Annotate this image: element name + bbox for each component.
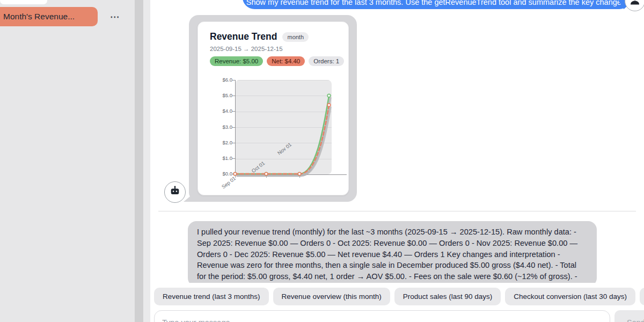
y-tick-label: $4.0: [211, 108, 232, 114]
suggestion-chips: Revenue trend (last 3 months) Revenue ov…: [154, 288, 644, 305]
net-badge: Net: $4.40: [267, 56, 305, 66]
chip-revenue-trend[interactable]: Revenue trend (last 3 months): [154, 288, 269, 305]
granularity-badge: month: [282, 32, 309, 42]
revenue-trend-card: Revenue Trend month 2025-09-15 → 2025-12…: [197, 21, 349, 195]
sidebar: Month's Revenue... ⋯: [0, 0, 150, 322]
y-tick-label: $1.0: [211, 155, 232, 161]
chart-title: Revenue Trend: [210, 31, 277, 42]
user-message-bubble: Show my revenue trend for the last 3 mon…: [243, 0, 631, 9]
y-tick-label: $5.0: [211, 92, 232, 98]
sidebar-scrollbar-thumb[interactable]: [135, 0, 143, 322]
app-window: Month's Revenue... ⋯ Show my revenue tre…: [0, 0, 644, 322]
y-tick-label: $0.0: [211, 171, 232, 177]
summary-badges: Revenue: $5.00 Net: $4.40 Orders: 1: [210, 56, 344, 66]
assistant-avatar: [164, 181, 186, 203]
assistant-text-bubble: I pulled your revenue trend (monthly) fo…: [188, 221, 597, 287]
chip-checkout-conversion[interactable]: Checkout conversion (last 30 days): [505, 288, 635, 305]
send-button[interactable]: Send: [614, 310, 644, 322]
y-tick-label: $3.0: [211, 124, 232, 130]
composer-footer: Revenue trend (last 3 months) Revenue ov…: [150, 283, 644, 322]
chip-partial[interactable]: Use: [640, 288, 644, 305]
conversation-menu-icon[interactable]: ⋯: [107, 10, 122, 23]
y-tick-label: $2.0: [211, 140, 232, 145]
chip-revenue-overview[interactable]: Revenue overview (this month): [273, 288, 390, 305]
sidebar-top-button-partial[interactable]: [0, 0, 47, 4]
user-message-text: Show my revenue trend for the last 3 mon…: [246, 0, 627, 9]
user-avatar: [625, 0, 644, 11]
person-icon: [628, 0, 641, 9]
chart-date-range: 2025-09-15 → 2025-12-15: [210, 46, 283, 52]
message-input[interactable]: [154, 310, 610, 322]
y-tick-label: $6.0: [211, 77, 232, 83]
assistant-text: I pulled your revenue trend (monthly) fo…: [197, 226, 588, 287]
sidebar-item-months-revenue[interactable]: Month's Revenue...: [0, 7, 98, 26]
section-divider: [158, 211, 636, 211]
conversation-title: Month's Revenue...: [3, 12, 75, 21]
revenue-badge: Revenue: $5.00: [210, 56, 263, 66]
x-tick-label: Sep 01: [221, 175, 237, 189]
trend-lines-svg: [235, 80, 332, 174]
line-chart: $6.0 $5.0 $4.0 $3.0 $2.0 $1.0 $0.0: [198, 76, 349, 196]
chip-product-sales[interactable]: Product sales (last 90 days): [394, 288, 501, 305]
orders-badge: Orders: 1: [309, 56, 344, 66]
sidebar-scrollbar-track: [143, 0, 150, 322]
robot-icon: [169, 185, 181, 199]
